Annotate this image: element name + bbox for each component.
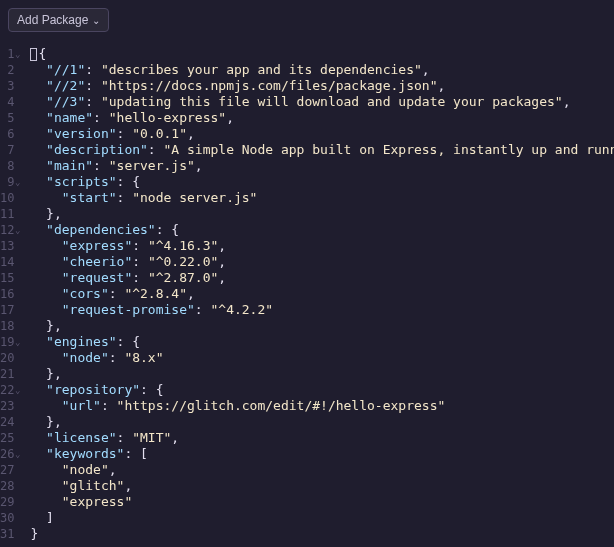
code-line[interactable]: "express" xyxy=(30,494,614,510)
fold-marker-icon[interactable]: ⌄ xyxy=(15,46,20,62)
code-line[interactable]: }, xyxy=(30,366,614,382)
line-number: 24 xyxy=(0,414,14,430)
code-line[interactable]: } xyxy=(30,526,614,542)
code-line[interactable]: "engines": { xyxy=(30,334,614,350)
code-line[interactable]: }, xyxy=(30,318,614,334)
line-number: 5 xyxy=(0,110,14,126)
line-number: 25 xyxy=(0,430,14,446)
line-number: 19⌄ xyxy=(0,334,14,350)
line-number: 31 xyxy=(0,526,14,542)
code-line[interactable]: "dependencies": { xyxy=(30,222,614,238)
code-line[interactable]: "node": "8.x" xyxy=(30,350,614,366)
code-line[interactable]: "start": "node server.js" xyxy=(30,190,614,206)
line-number: 20 xyxy=(0,350,14,366)
line-number: 22⌄ xyxy=(0,382,14,398)
line-number: 9⌄ xyxy=(0,174,14,190)
line-number-gutter: 1⌄23456789⌄101112⌄13141516171819⌄202122⌄… xyxy=(0,46,20,542)
text-cursor xyxy=(30,48,37,61)
line-number: 27 xyxy=(0,462,14,478)
line-number: 8 xyxy=(0,158,14,174)
line-number: 18 xyxy=(0,318,14,334)
line-number: 11 xyxy=(0,206,14,222)
code-line[interactable]: "glitch", xyxy=(30,478,614,494)
code-line[interactable]: "request-promise": "^4.2.2" xyxy=(30,302,614,318)
code-line[interactable]: "scripts": { xyxy=(30,174,614,190)
line-number: 15 xyxy=(0,270,14,286)
line-number: 30 xyxy=(0,510,14,526)
line-number: 21 xyxy=(0,366,14,382)
fold-marker-icon[interactable]: ⌄ xyxy=(15,222,20,238)
line-number: 14 xyxy=(0,254,14,270)
line-number: 3 xyxy=(0,78,14,94)
fold-marker-icon[interactable]: ⌄ xyxy=(15,334,20,350)
fold-marker-icon[interactable]: ⌄ xyxy=(15,382,20,398)
code-line[interactable]: "cheerio": "^0.22.0", xyxy=(30,254,614,270)
code-line[interactable]: "//1": "describes your app and its depen… xyxy=(30,62,614,78)
code-line[interactable]: "main": "server.js", xyxy=(30,158,614,174)
code-line[interactable]: "cors": "^2.8.4", xyxy=(30,286,614,302)
code-line[interactable]: "description": "A simple Node app built … xyxy=(30,142,614,158)
code-line[interactable]: "repository": { xyxy=(30,382,614,398)
code-area[interactable]: { "//1": "describes your app and its dep… xyxy=(20,46,614,542)
code-line[interactable]: "//3": "updating this file will download… xyxy=(30,94,614,110)
code-editor[interactable]: 1⌄23456789⌄101112⌄13141516171819⌄202122⌄… xyxy=(0,40,614,542)
code-line[interactable]: "url": "https://glitch.com/edit/#!/hello… xyxy=(30,398,614,414)
line-number: 13 xyxy=(0,238,14,254)
line-number: 17 xyxy=(0,302,14,318)
code-line[interactable]: }, xyxy=(30,206,614,222)
line-number: 7 xyxy=(0,142,14,158)
code-line[interactable]: "express": "^4.16.3", xyxy=(30,238,614,254)
code-line[interactable]: "license": "MIT", xyxy=(30,430,614,446)
line-number: 4 xyxy=(0,94,14,110)
fold-marker-icon[interactable]: ⌄ xyxy=(15,446,20,462)
add-package-label: Add Package xyxy=(17,13,88,27)
chevron-down-icon: ⌄ xyxy=(92,15,100,26)
code-line[interactable]: { xyxy=(30,46,614,62)
line-number: 29 xyxy=(0,494,14,510)
code-line[interactable]: "node", xyxy=(30,462,614,478)
line-number: 1⌄ xyxy=(0,46,14,62)
code-line[interactable]: "name": "hello-express", xyxy=(30,110,614,126)
line-number: 28 xyxy=(0,478,14,494)
line-number: 2 xyxy=(0,62,14,78)
code-line[interactable]: "//2": "https://docs.npmjs.com/files/pac… xyxy=(30,78,614,94)
code-line[interactable]: "keywords": [ xyxy=(30,446,614,462)
line-number: 16 xyxy=(0,286,14,302)
line-number: 12⌄ xyxy=(0,222,14,238)
line-number: 6 xyxy=(0,126,14,142)
toolbar: Add Package ⌄ xyxy=(0,0,614,40)
code-line[interactable]: ] xyxy=(30,510,614,526)
fold-marker-icon[interactable]: ⌄ xyxy=(15,174,20,190)
line-number: 26⌄ xyxy=(0,446,14,462)
add-package-button[interactable]: Add Package ⌄ xyxy=(8,8,109,32)
line-number: 10 xyxy=(0,190,14,206)
line-number: 23 xyxy=(0,398,14,414)
code-line[interactable]: "request": "^2.87.0", xyxy=(30,270,614,286)
code-line[interactable]: }, xyxy=(30,414,614,430)
code-line[interactable]: "version": "0.0.1", xyxy=(30,126,614,142)
